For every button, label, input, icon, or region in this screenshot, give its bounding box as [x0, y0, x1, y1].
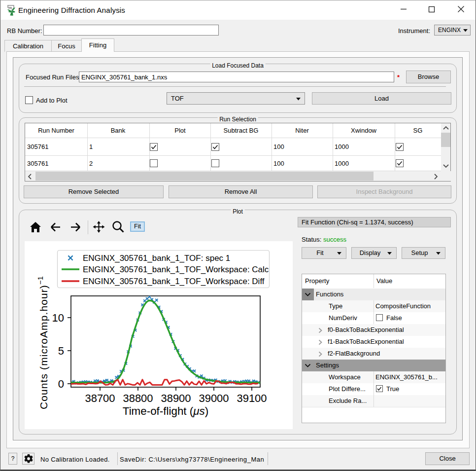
svg-text:38900: 38900 [161, 392, 191, 404]
svg-text:10: 10 [52, 312, 64, 324]
svg-text:39000: 39000 [199, 392, 229, 404]
svg-text:ENGINX_305761_bank_1_TOF_Works: ENGINX_305761_bank_1_TOF_Workspace: Calc [83, 265, 269, 274]
svg-text:5: 5 [58, 345, 64, 357]
svg-text:Counts (microAmp.hour)−1: Counts (microAmp.hour)−1 [36, 276, 49, 409]
svg-text:ENGINX_305761_bank_1_TOF_Works: ENGINX_305761_bank_1_TOF_Workspace: Diff [83, 277, 265, 286]
svg-text:0: 0 [58, 378, 64, 390]
svg-text:38800: 38800 [123, 392, 153, 404]
svg-text:Time-of-flight (μs): Time-of-flight (μs) [123, 405, 208, 417]
svg-text:39100: 39100 [237, 392, 267, 404]
svg-text:ENGINX_305761_bank_1_TOF: spec: ENGINX_305761_bank_1_TOF: spec 1 [83, 254, 230, 263]
svg-text:38700: 38700 [85, 392, 115, 404]
